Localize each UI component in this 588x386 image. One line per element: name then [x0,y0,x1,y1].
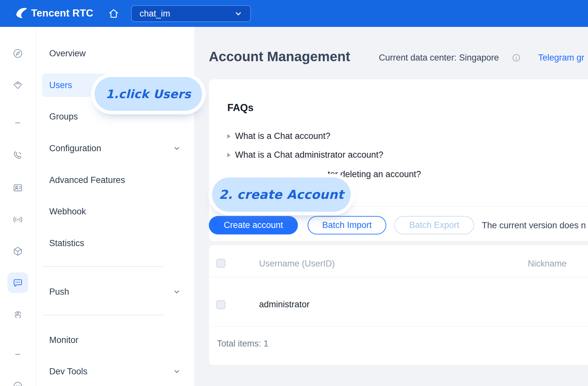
brand-name: Tencent RTC [31,7,93,19]
tencent-rtc-console: Overview Users Groups Configuration Adva… [0,0,588,386]
column-header-nickname: Nickname [528,259,567,269]
faq-item[interactable]: What is a Chat account? [227,131,330,141]
sidebar-item-label: Monitor [49,335,78,345]
topbar: Tencent RTC chat_im [0,0,588,27]
triangle-right-icon [227,134,231,139]
contact-card-icon[interactable] [0,182,36,193]
sidebar-item-label: Users [49,80,72,90]
tencent-logo-icon[interactable] [14,6,28,21]
home-icon[interactable] [108,7,119,19]
faq-item[interactable]: What is a Chat administrator account? [227,150,383,160]
rail-divider [36,27,36,386]
app-selector-value: chat_im [140,9,170,19]
select-all-checkbox[interactable] [216,259,225,268]
sidebar-divider [42,266,164,267]
broadcast-icon[interactable] [0,214,36,225]
sidebar-item-push[interactable]: Push [42,285,188,299]
datacenter-label: Current data center: Singapore [379,53,499,63]
info-icon[interactable] [512,54,520,62]
faq-question: What is a Chat account? [235,131,330,141]
annotation-step1: 1.click Users [95,77,202,111]
sidebar-item-label: Overview [49,49,86,59]
cell-username: administrator [259,300,310,310]
app-selector-dropdown[interactable]: chat_im [131,5,251,22]
palm-wifi-icon[interactable] [0,309,36,320]
chevron-down-icon [173,144,181,152]
sidebar-item-label: Configuration [49,143,101,153]
faq-item-partial[interactable]: ter deleting an account? [328,169,421,179]
faq-question: ter deleting an account? [328,169,421,179]
chevron-down-icon [173,368,181,375]
batch-import-button[interactable]: Batch Import [308,216,386,234]
cube-icon[interactable] [0,246,36,257]
sidebar-item-label: Webhook [49,207,86,217]
telegram-link[interactable]: Telegram gr [538,53,584,63]
triangle-right-icon [227,153,231,157]
sidebar-item-label: Groups [49,112,78,122]
total-items-label: Total items: 1 [217,339,268,349]
sidebar-item-groups[interactable]: Groups [42,109,188,124]
chevron-down-icon [234,9,243,18]
sidebar-item-label: Advanced Features [49,175,125,185]
sidebar-divider [42,315,164,315]
create-account-button[interactable]: Create account [209,216,298,234]
page-title: Account Management [209,49,350,64]
table-divider [209,326,588,327]
chat-icon-active[interactable] [7,272,28,293]
sidebar-item-overview[interactable]: Overview [42,46,188,61]
face-icon[interactable] [0,380,36,386]
sidebar-item-statistics[interactable]: Statistics [42,236,188,250]
sidebar-item-monitor[interactable]: Monitor [42,333,188,347]
compass-icon[interactable] [0,48,36,59]
column-header-username: Username (UserID) [259,259,335,269]
faq-heading: FAQs [227,102,254,114]
sidebar-item-label: Statistics [49,238,84,248]
collapsed-divider-icon [0,122,36,123]
sidebar-item-advanced-features[interactable]: Advanced Features [42,173,188,187]
table-divider [209,277,588,277]
call-icon[interactable] [0,150,36,161]
accounts-table: Username (UserID) Nickname administrator… [209,245,588,365]
faq-question: What is a Chat administrator account? [235,150,383,160]
collapsed-divider-icon [0,354,36,355]
batch-export-button: Batch Export [394,216,474,234]
annotation-step2: 2. create Account [212,177,351,212]
sidebar-item-webhook[interactable]: Webhook [42,204,188,219]
sidebar-item-configuration[interactable]: Configuration [42,141,188,155]
version-notice: The current version does n [482,221,586,231]
badge-icon[interactable] [0,80,36,91]
sidebar-item-label: Dev Tools [49,367,87,377]
chevron-down-icon [173,288,181,296]
sidebar-item-dev-tools[interactable]: Dev Tools [42,364,188,379]
sidebar-item-label: Push [49,287,69,297]
row-checkbox[interactable] [216,300,225,309]
